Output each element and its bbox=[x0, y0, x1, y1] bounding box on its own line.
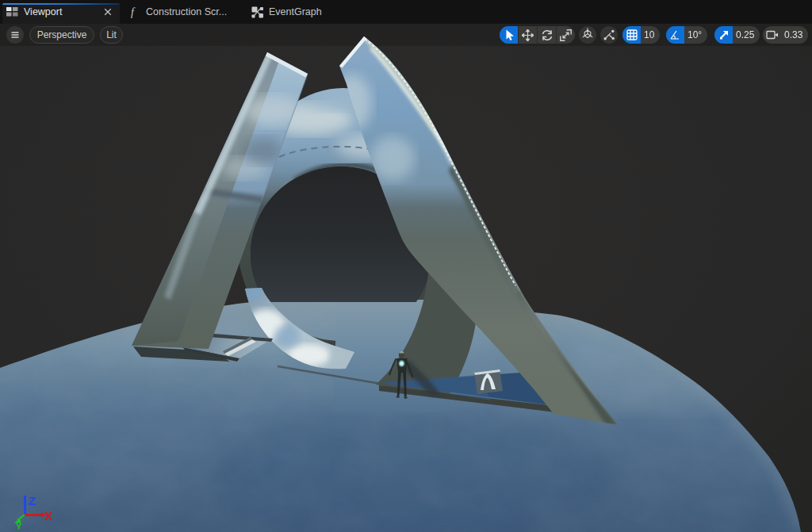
svg-text:X: X bbox=[44, 509, 52, 522]
svg-text:Y: Y bbox=[16, 522, 22, 531]
svg-text:f: f bbox=[131, 6, 136, 18]
svg-text:Z: Z bbox=[29, 494, 36, 507]
